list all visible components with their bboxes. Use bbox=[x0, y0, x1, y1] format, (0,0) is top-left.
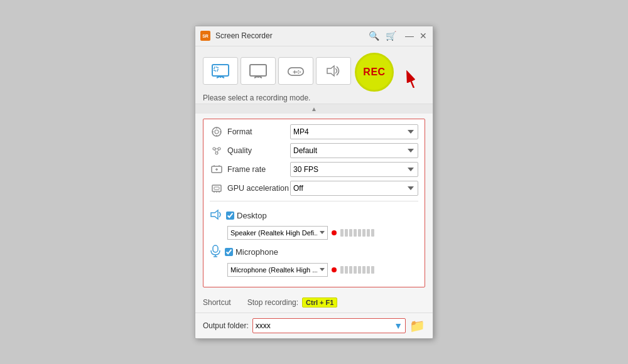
vol-seg bbox=[371, 229, 374, 237]
framerate-icon bbox=[210, 163, 224, 176]
svg-point-17 bbox=[216, 135, 217, 136]
svg-rect-0 bbox=[212, 65, 229, 76]
vol-seg bbox=[354, 266, 357, 274]
microphone-checkbox[interactable] bbox=[225, 248, 233, 256]
output-dropdown-arrow[interactable]: ▼ bbox=[394, 321, 403, 331]
vol-seg bbox=[367, 229, 370, 237]
desktop-device-select[interactable]: Speaker (Realtek High Defi... bbox=[227, 226, 328, 240]
shortcut-label: Shortcut bbox=[203, 298, 231, 307]
vol-seg bbox=[354, 229, 357, 237]
mode-toolbar: REC Please select a recording mode. bbox=[195, 46, 433, 104]
desktop-device-row: Speaker (Realtek High Defi... bbox=[227, 226, 418, 240]
main-window: SR Screen Recorder 🔍 🛒 — ✕ bbox=[195, 26, 433, 339]
format-select[interactable]: MP4 AVI MOV FLV TS GIF bbox=[290, 124, 418, 139]
output-folder-input[interactable] bbox=[256, 321, 394, 330]
output-label: Output folder: bbox=[203, 321, 249, 330]
gpu-icon bbox=[210, 181, 224, 195]
svg-point-16 bbox=[216, 127, 217, 129]
fullscreen-mode-button[interactable] bbox=[241, 57, 276, 85]
output-section: Output folder: ▼ 📁 bbox=[195, 313, 433, 338]
audio-icon bbox=[325, 62, 342, 80]
svg-point-7 bbox=[298, 70, 299, 71]
svg-line-25 bbox=[217, 150, 219, 152]
svg-rect-32 bbox=[214, 187, 219, 190]
svg-rect-4 bbox=[288, 67, 304, 75]
svg-point-14 bbox=[212, 127, 221, 136]
microphone-device-row: Microphone (Realtek High ... bbox=[227, 263, 418, 277]
vol-seg bbox=[371, 266, 374, 274]
vol-seg bbox=[345, 266, 348, 274]
mode-hint: Please select a recording mode. bbox=[203, 90, 425, 104]
gpu-row: GPU acceleration Off On bbox=[210, 181, 418, 196]
svg-marker-36 bbox=[211, 210, 218, 219]
vol-seg bbox=[340, 229, 344, 237]
framerate-select[interactable]: 15 FPS 20 FPS 30 FPS 60 FPS bbox=[290, 162, 418, 177]
vol-seg bbox=[358, 266, 361, 274]
svg-point-10 bbox=[296, 71, 298, 72]
arrow-annotation bbox=[396, 70, 419, 88]
svg-point-8 bbox=[300, 71, 301, 72]
rec-button[interactable]: REC bbox=[355, 53, 394, 92]
vol-seg bbox=[362, 229, 365, 237]
svg-marker-11 bbox=[327, 66, 334, 76]
output-input-wrapper: ▼ bbox=[252, 318, 406, 333]
settings-divider bbox=[210, 201, 418, 201]
collapse-button[interactable]: ▲ bbox=[195, 104, 433, 114]
framerate-row: Frame rate 15 FPS 20 FPS 30 FPS 60 FPS bbox=[210, 162, 418, 177]
window-controls: — ✕ bbox=[405, 31, 428, 40]
svg-point-19 bbox=[220, 131, 221, 132]
microphone-icon bbox=[210, 245, 221, 260]
app-icon: SR bbox=[200, 31, 210, 41]
desktop-audio-header: Desktop bbox=[210, 209, 418, 223]
svg-point-22 bbox=[215, 152, 218, 154]
shortcut-keys: Ctrl + F1 bbox=[302, 297, 337, 308]
desktop-checkbox-label[interactable]: Desktop bbox=[226, 211, 267, 220]
svg-rect-31 bbox=[212, 185, 221, 191]
vol-seg bbox=[345, 229, 348, 237]
svg-point-18 bbox=[212, 131, 214, 132]
screen-mode-button[interactable] bbox=[203, 57, 238, 85]
format-icon bbox=[210, 125, 224, 139]
format-label: Format bbox=[227, 127, 290, 136]
quality-icon bbox=[210, 144, 224, 158]
microphone-header: Microphone bbox=[210, 245, 418, 260]
settings-panel: Format MP4 AVI MOV FLV TS GIF bbox=[203, 119, 425, 287]
gpu-select[interactable]: Off On bbox=[290, 181, 418, 196]
svg-point-21 bbox=[218, 147, 220, 150]
quality-select[interactable]: Default High Medium Low bbox=[290, 143, 418, 158]
microphone-device-select[interactable]: Microphone (Realtek High ... bbox=[227, 263, 328, 277]
audio-mode-button[interactable] bbox=[316, 57, 351, 85]
fullscreen-icon bbox=[249, 62, 267, 80]
svg-rect-2 bbox=[250, 65, 266, 76]
close-button[interactable]: ✕ bbox=[419, 31, 428, 40]
audio-section: Desktop Speaker (Realtek High Defi... bbox=[210, 206, 418, 282]
svg-rect-37 bbox=[213, 245, 218, 252]
gamepad-icon bbox=[287, 62, 305, 80]
quality-label: Quality bbox=[227, 146, 290, 155]
window-title: Screen Recorder bbox=[215, 31, 369, 40]
mode-buttons: REC bbox=[203, 51, 425, 90]
vol-seg bbox=[358, 229, 361, 237]
svg-point-20 bbox=[213, 147, 215, 150]
minimize-button[interactable]: — bbox=[405, 31, 414, 40]
screen-icon bbox=[212, 62, 229, 80]
speaker-icon bbox=[210, 209, 222, 223]
search-icon[interactable]: 🔍 bbox=[369, 31, 379, 41]
shortcut-section: Shortcut Stop recording: Ctrl + F1 bbox=[195, 292, 433, 313]
game-mode-button[interactable] bbox=[278, 57, 313, 85]
svg-point-15 bbox=[215, 130, 219, 134]
vol-seg bbox=[367, 266, 370, 274]
format-row: Format MP4 AVI MOV FLV TS GIF bbox=[210, 124, 418, 139]
vol-seg bbox=[362, 266, 365, 274]
desktop-volume-bar bbox=[340, 229, 374, 237]
vol-seg bbox=[349, 229, 352, 237]
desktop-checkbox[interactable] bbox=[226, 211, 234, 220]
vol-seg bbox=[349, 266, 352, 274]
folder-browse-button[interactable]: 📁 bbox=[409, 318, 425, 333]
framerate-label: Frame rate bbox=[227, 165, 290, 174]
cart-icon[interactable]: 🛒 bbox=[386, 31, 396, 41]
microphone-volume-dot bbox=[332, 267, 337, 272]
microphone-checkbox-label[interactable]: Microphone bbox=[225, 247, 278, 257]
svg-line-13 bbox=[408, 73, 414, 88]
microphone-volume-bar bbox=[340, 266, 374, 274]
